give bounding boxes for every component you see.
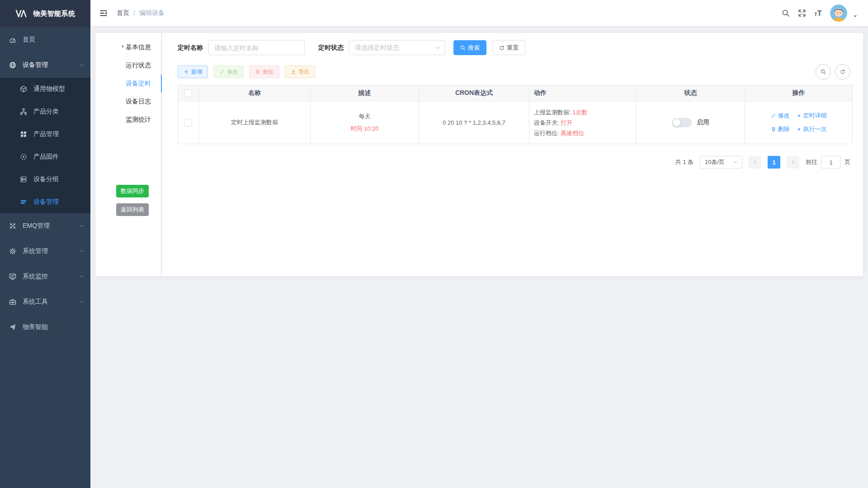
timer-status-select[interactable]: 请选择定时状态 — [349, 40, 445, 55]
sidebar-item-label: 设备管理 — [23, 61, 48, 69]
edit-button[interactable]: 修改 — [213, 66, 244, 78]
pagination: 共 1 条 10条/页 1 前往 — [178, 156, 850, 169]
page-number-1[interactable]: 1 — [768, 156, 780, 169]
tab-device-log[interactable]: 设备日志 — [95, 93, 161, 111]
sidebar-item-wumei-smart[interactable]: 物美智能 — [0, 314, 90, 340]
sidebar-submenu-device: 通用物模型 产品分类 产品管理 产品固件 设备分组 — [0, 78, 90, 213]
tab-run-status[interactable]: 运行状态 — [95, 56, 161, 75]
delete-button[interactable]: 删除 — [249, 66, 279, 78]
search-icon[interactable] — [782, 9, 790, 17]
row-status: 启用 — [637, 101, 745, 144]
header-operation: 操作 — [745, 85, 853, 101]
row-name: 定时上报监测数据 — [199, 101, 311, 144]
action-line: 上报监测数据: 1次数 — [534, 107, 632, 117]
action-line: 设备开关: 打开 — [534, 117, 632, 128]
sidebar-item-label: 通用物模型 — [33, 85, 65, 93]
header-status: 状态 — [637, 85, 745, 101]
sidebar-menu: 首页 设备管理 通用物模型 产品分类 产品管理 — [0, 27, 90, 488]
tab-monitor-stats[interactable]: 监测统计 — [95, 111, 161, 129]
sidebar-subitem-product-category[interactable]: 产品分类 — [0, 100, 90, 123]
desc-primary: 每天 — [311, 113, 419, 121]
export-button[interactable]: 导出 — [285, 66, 315, 78]
reset-button[interactable]: 重置 — [492, 40, 525, 55]
sidebar-item-home[interactable]: 首页 — [0, 27, 90, 52]
data-sync-button[interactable]: 数据同步 — [116, 185, 149, 197]
total-count: 共 1 条 — [675, 158, 693, 166]
chevron-down-icon — [733, 160, 738, 165]
select-all-checkbox[interactable] — [184, 89, 192, 97]
workspace: * 基本信息 运行状态 设备定时 设备日志 监测统计 — [90, 26, 868, 488]
op-edit-link[interactable]: 修改 — [771, 112, 790, 120]
sidebar-item-label: 设备管理 — [33, 198, 59, 206]
header-checkbox-cell — [178, 85, 199, 101]
search-button[interactable]: 搜索 — [453, 40, 486, 55]
refresh-table-button[interactable] — [835, 64, 850, 80]
sidebar-item-device-management[interactable]: 设备管理 — [0, 52, 90, 78]
navbar-right-tools: TT — [782, 5, 858, 22]
tab-basic-info[interactable]: * 基本信息 — [95, 38, 161, 56]
server-icon — [20, 176, 27, 183]
tab-label: 设备定时 — [126, 80, 151, 88]
timer-name-input[interactable] — [208, 40, 305, 55]
chevron-up-icon — [80, 63, 84, 67]
sidebar: 物美智能系统 首页 设备管理 通用物模型 产品分类 — [0, 0, 90, 488]
search-icon — [460, 45, 466, 51]
firmware-icon — [20, 153, 27, 160]
search-icon — [821, 69, 826, 75]
app-title: 物美智能系统 — [33, 9, 75, 18]
sidebar-subitem-product-firmware[interactable]: 产品固件 — [0, 145, 90, 168]
sidebar-item-system-tools[interactable]: 系统工具 — [0, 289, 90, 314]
grid-icon — [20, 131, 27, 138]
tab-device-timer[interactable]: 设备定时 — [95, 75, 162, 93]
row-actions: 上报监测数据: 1次数 设备开关: 打开 运行档位: 高速档位 — [529, 101, 637, 144]
toggle-search-button[interactable] — [816, 64, 831, 80]
tab-label: 设备日志 — [126, 98, 151, 106]
chevron-down-icon — [80, 300, 84, 304]
op-run-once-link[interactable]: 执行一次 — [797, 125, 827, 133]
fullscreen-icon[interactable] — [798, 9, 806, 17]
emq-arrows-icon — [9, 222, 16, 230]
sidebar-subitem-product-management[interactable]: 产品管理 — [0, 123, 90, 145]
table-toolbar: 新增 修改 删除 导出 — [178, 64, 850, 80]
header-action: 动作 — [529, 85, 637, 101]
app-logo[interactable]: 物美智能系统 — [0, 0, 90, 27]
breadcrumb-home[interactable]: 首页 — [117, 9, 129, 17]
tab-label: 基本信息 — [126, 43, 151, 52]
avatar[interactable] — [830, 5, 847, 22]
sitemap-icon — [20, 108, 27, 115]
caret-down-icon[interactable] — [853, 14, 858, 19]
sidebar-item-label: 系统工具 — [23, 298, 48, 306]
goto-page-input[interactable] — [821, 156, 841, 169]
back-to-list-button[interactable]: 返回列表 — [116, 203, 149, 216]
sidebar-item-system-management[interactable]: 系统管理 — [0, 239, 90, 264]
timer-tab-content: 定时名称 定时状态 请选择定时状态 搜索 重置 — [162, 33, 863, 276]
paper-plane-icon — [9, 324, 16, 331]
header-cron: CRON表达式 — [419, 85, 529, 101]
sidebar-subitem-device-management-active[interactable]: 设备管理 — [0, 191, 90, 213]
device-edit-card: * 基本信息 运行状态 设备定时 设备日志 监测统计 — [95, 33, 863, 277]
trash-icon — [255, 69, 260, 75]
gear-icon — [9, 248, 16, 255]
breadcrumb-separator: / — [133, 9, 135, 17]
row-checkbox[interactable] — [184, 119, 192, 127]
sidebar-subitem-thing-model[interactable]: 通用物模型 — [0, 78, 90, 100]
device-globe-icon — [9, 61, 16, 69]
add-button[interactable]: 新增 — [178, 66, 208, 78]
prev-page-button[interactable] — [749, 156, 761, 169]
chevron-down-icon — [435, 45, 440, 51]
status-toggle[interactable] — [672, 118, 692, 127]
chevron-down-icon — [80, 249, 84, 253]
sidebar-subitem-device-group[interactable]: 设备分组 — [0, 168, 90, 191]
breadcrumb-current: 编辑设备 — [139, 9, 165, 17]
page-size-select[interactable]: 10条/页 — [700, 156, 742, 169]
op-timer-detail-link[interactable]: 定时详细 — [797, 112, 827, 120]
sidebar-item-system-monitor[interactable]: 系统监控 — [0, 264, 90, 289]
sidebar-fold-icon[interactable] — [99, 9, 108, 17]
font-size-icon[interactable]: TT — [814, 9, 822, 17]
op-delete-link[interactable]: 删除 — [771, 125, 790, 133]
next-page-button[interactable] — [787, 156, 799, 169]
side-action-buttons: 数据同步 返回列表 — [116, 185, 149, 216]
dashboard-icon — [9, 36, 16, 43]
chevron-right-icon — [790, 160, 796, 165]
sidebar-item-emq-management[interactable]: EMQ管理 — [0, 213, 90, 239]
